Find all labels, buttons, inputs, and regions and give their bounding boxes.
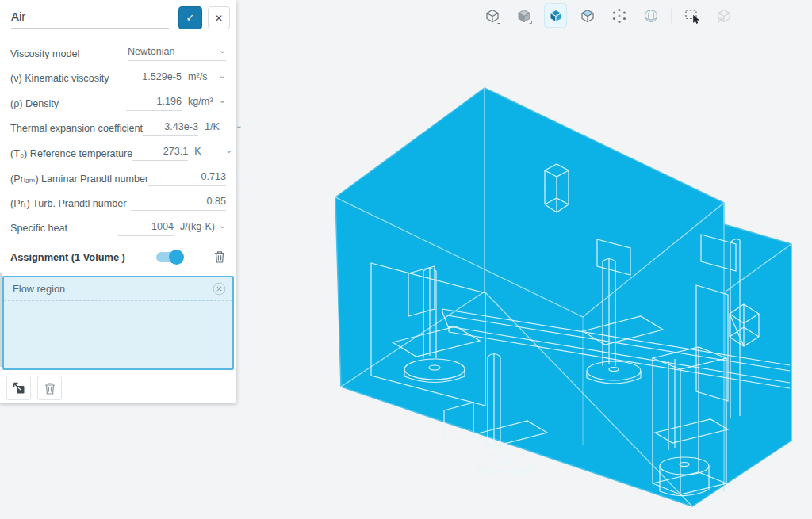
field-label: (T₀) Reference temperature (10, 148, 132, 159)
save-as-template-button[interactable] (6, 376, 31, 400)
field-value-input[interactable]: 1.196 (126, 96, 182, 111)
wireframe-cube-icon (483, 6, 502, 25)
simulation-app-window: ✓ ✕ Viscosity model Newtonian ⌄ (ν) Kine… (0, 0, 812, 519)
confirm-button[interactable]: ✓ (178, 6, 202, 29)
flow-region-model[interactable] (335, 88, 791, 506)
chevron-down-icon[interactable]: ⌄ (232, 120, 243, 131)
field-label: (ρ) Density (10, 98, 59, 109)
chevron-down-icon[interactable]: ⌄ (215, 95, 226, 105)
chevron-down-icon[interactable]: ⌄ (215, 220, 226, 231)
field-label: (Prₗₐₘ) Laminar Prandtl number (10, 173, 148, 185)
box-select-button[interactable] (680, 3, 703, 28)
field-label: Thermal expansion coefficient (10, 123, 143, 134)
solid-view-button[interactable] (512, 3, 535, 28)
delete-material-button[interactable] (37, 376, 62, 400)
field-row-turbulent-prandtl: (Prₜ) Turb. Prandtl number 0.85 (0, 191, 236, 216)
field-row-density: (ρ) Density 1.196 kg/m³ ⌄ (0, 91, 236, 116)
material-settings-panel: ✓ ✕ Viscosity model Newtonian ⌄ (ν) Kine… (0, 0, 236, 403)
isolate-cube-icon (714, 6, 733, 25)
field-row-thermal-expansion: Thermal expansion coefficient 3.43e-3 1/… (0, 116, 236, 142)
viewport-toolbar (481, 3, 735, 28)
field-row-reference-temperature: (T₀) Reference temperature 273.1 K ⌄ (0, 141, 236, 166)
isolate-tool-button (712, 3, 735, 28)
check-icon: ✓ (186, 12, 195, 24)
assignment-row: Assignment (1 Volume ) (0, 244, 236, 269)
field-value-input[interactable]: 273.1 (132, 146, 188, 161)
assignment-label: Assignment (1 Volume ) (10, 251, 125, 263)
translucent-view-button[interactable] (544, 3, 567, 28)
chevron-down-icon[interactable]: ⌄ (215, 71, 226, 81)
orbit-view-button[interactable] (639, 3, 662, 28)
chip-label: Flow region (13, 283, 65, 295)
unit-label: m²/s (188, 71, 215, 82)
marquee-cursor-icon (683, 6, 702, 25)
field-row-specific-heat: Specific heat 1004 J/(kg·K) ⌄ (0, 216, 236, 242)
field-label: Viscosity model (10, 48, 79, 59)
unit-label: J/(kg·K) (180, 221, 215, 232)
field-value-input[interactable]: 3.43e-3 (143, 121, 198, 136)
trash-icon (43, 381, 57, 395)
field-row-viscosity-model: Viscosity model Newtonian ⌄ (0, 41, 236, 67)
vertex-dots-icon (610, 6, 629, 25)
panel-footer (0, 370, 236, 400)
wireframe-view-button[interactable] (481, 3, 504, 28)
remove-flow-region-icon[interactable] (213, 282, 226, 296)
unit-label: 1/K (205, 121, 232, 132)
field-label: (ν) Kinematic viscosity (10, 73, 109, 84)
panel-header: ✓ ✕ (0, 0, 236, 36)
material-name-input[interactable] (11, 8, 169, 29)
viscosity-model-select[interactable]: Newtonian ⌄ (128, 46, 226, 61)
orbit-globe-icon (642, 6, 661, 25)
material-properties-list: Viscosity model Newtonian ⌄ (ν) Kinemati… (0, 36, 236, 241)
field-value: Newtonian (128, 46, 175, 57)
field-value-input[interactable]: 1.529e-5 (126, 71, 182, 86)
field-value-input[interactable]: 0.85 (131, 196, 226, 211)
save-template-icon (12, 381, 26, 395)
vertex-select-button[interactable] (607, 3, 630, 28)
field-row-laminar-prandtl: (Prₗₐₘ) Laminar Prandtl number 0.713 (0, 166, 236, 192)
flow-region-assignment-chip[interactable]: Flow region (2, 276, 234, 370)
surface-select-button[interactable] (576, 3, 599, 28)
cancel-button[interactable]: ✕ (208, 6, 230, 29)
solid-cube-icon (515, 6, 534, 25)
delete-assignment-icon[interactable] (213, 250, 226, 264)
field-row-kinematic-viscosity: (ν) Kinematic viscosity 1.529e-5 m²/s ⌄ (0, 67, 236, 92)
field-value-input[interactable]: 1004 (118, 221, 174, 236)
unit-label: K (194, 146, 221, 157)
unit-label: kg/m³ (188, 96, 215, 107)
close-icon: ✕ (215, 13, 223, 24)
scrollbar-track[interactable] (0, 273, 2, 367)
field-label: Specific heat (10, 223, 67, 234)
assignment-toggle[interactable] (156, 252, 181, 262)
toolbar-separator (671, 9, 672, 23)
translucent-cube-icon (546, 6, 565, 25)
3d-viewport[interactable] (236, 0, 812, 519)
chevron-down-icon: ⌄ (215, 45, 226, 55)
field-value-input[interactable]: 0.713 (148, 171, 226, 186)
chevron-down-icon[interactable]: ⌄ (221, 145, 232, 155)
chip-header: Flow region (4, 277, 232, 301)
field-label: (Prₜ) Turb. Prandtl number (10, 197, 127, 209)
surface-select-cube-icon (578, 6, 597, 25)
